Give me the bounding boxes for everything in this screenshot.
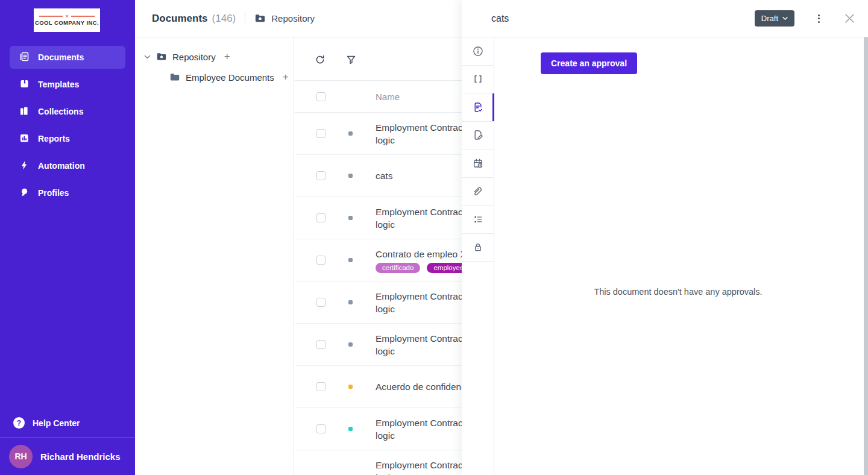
tag-certificado[interactable]: certificado [376,263,420,273]
avatar: RH [9,445,33,468]
row-checkbox[interactable] [316,256,326,265]
document-name-line2: logic [376,218,465,231]
tab-info[interactable] [462,37,494,66]
folder-tree: Repository + Employee Documents + [135,37,294,475]
calendar-clock-icon [472,157,484,169]
filter-icon[interactable] [342,51,360,69]
status-dot [348,342,353,347]
document-name-line2: logic [376,134,465,146]
more-options-button[interactable] [810,11,827,27]
tree-item-label: Repository [172,52,216,62]
document-name-line2: logic [376,429,465,442]
tree-item-employee-documents[interactable]: Employee Documents + [169,71,294,83]
column-header-name: Name [376,92,400,102]
add-folder-button[interactable]: + [283,71,289,83]
tab-fields[interactable] [462,66,494,94]
status-label: Draft [761,14,778,23]
document-name: Employment Contract [376,290,465,303]
panel-tab-rail [462,37,494,475]
breadcrumb-label: Repository [271,13,315,24]
logo-ornament: × [39,14,95,18]
checklist-icon [472,213,484,225]
row-checkbox[interactable] [316,129,326,138]
question-mark-icon: ? [13,417,25,429]
brackets-icon [472,73,484,85]
tab-attachments[interactable] [462,178,494,206]
paperclip-icon [472,185,484,197]
sidebar: × COOL COMPANY INC. Documents Templates [0,0,135,475]
row-checkbox[interactable] [316,213,326,222]
reports-icon [19,133,30,145]
sidebar-item-automation[interactable]: Automation [10,154,125,177]
row-checkbox[interactable] [316,298,326,307]
user-profile[interactable]: RH Richard Hendricks [0,437,135,475]
sidebar-item-profiles[interactable]: Profiles [10,181,125,204]
status-dot [348,216,353,220]
document-name: Employment Contract [376,206,465,218]
document-check-icon [472,101,484,113]
sidebar-item-label: Collections [38,107,83,116]
document-title: cats [491,13,509,24]
documents-count: (146) [212,13,236,25]
tab-expiration[interactable] [462,149,494,178]
breadcrumb[interactable]: Repository [254,13,315,24]
sidebar-nav: Documents Templates Collections [10,46,125,209]
create-approval-button[interactable]: Create an approval [541,52,637,74]
tab-approvals[interactable] [462,93,494,122]
sidebar-item-templates[interactable]: Templates [10,73,125,96]
document-name: Acuerdo de confidenc [376,380,466,393]
row-checkbox[interactable] [316,171,326,180]
profile-head-icon [19,187,30,200]
row-checkbox[interactable] [316,424,326,433]
company-logo[interactable]: × COOL COMPANY INC. [34,8,100,32]
tab-checklist[interactable] [462,206,494,234]
collections-icon [19,105,30,118]
documents-icon [19,51,30,64]
home-folder-icon [254,13,266,24]
document-name: Employment Contract [376,332,465,345]
sidebar-item-documents[interactable]: Documents [10,46,125,69]
vertical-scrollbar[interactable] [864,37,868,475]
status-dot [348,258,353,262]
status-dot [348,131,353,136]
document-name: Employment Contract [376,121,465,134]
add-folder-button[interactable]: + [224,51,230,63]
row-checkbox[interactable] [316,382,326,391]
chevron-down-icon [782,16,788,20]
help-center[interactable]: ? Help Center [10,417,80,429]
status-dot [348,385,353,389]
tab-lock[interactable] [462,234,494,262]
select-all-checkbox[interactable] [316,92,326,101]
logo-text: COOL COMPANY INC. [35,19,99,26]
approvals-tab-content: Create an approval This document doesn't… [494,37,868,475]
tree-item-label: Employee Documents [186,72,274,83]
lock-icon [472,241,484,253]
lightning-icon [19,160,30,172]
sidebar-item-collections[interactable]: Collections [10,100,125,123]
document-name: Contrato de empleo X [376,248,470,260]
tab-signature[interactable] [462,122,494,150]
document-name: Employment Contract [376,417,465,429]
chevron-down-icon[interactable] [144,54,151,60]
close-icon[interactable] [840,10,858,28]
document-name-line2: logic [376,471,465,475]
sidebar-item-label: Templates [38,80,79,89]
document-detail-panel: cats Draft [462,0,868,475]
sidebar-item-reports[interactable]: Reports [10,127,125,150]
document-name-line2: logic [376,345,465,357]
sidebar-item-label: Reports [38,134,70,143]
list-toolbar [311,51,360,69]
document-name: cats [376,169,392,182]
info-icon [472,45,484,57]
home-folder-icon [156,51,167,62]
tree-item-repository[interactable]: Repository + [144,51,294,63]
sidebar-item-label: Profiles [38,188,69,198]
status-dot [348,174,353,178]
user-name: Richard Hendricks [40,451,121,462]
templates-icon [19,78,30,91]
sidebar-item-label: Documents [38,52,84,62]
row-checkbox[interactable] [316,340,326,349]
help-center-label: Help Center [33,418,80,428]
refresh-icon[interactable] [311,51,329,69]
status-dropdown[interactable]: Draft [755,10,794,27]
